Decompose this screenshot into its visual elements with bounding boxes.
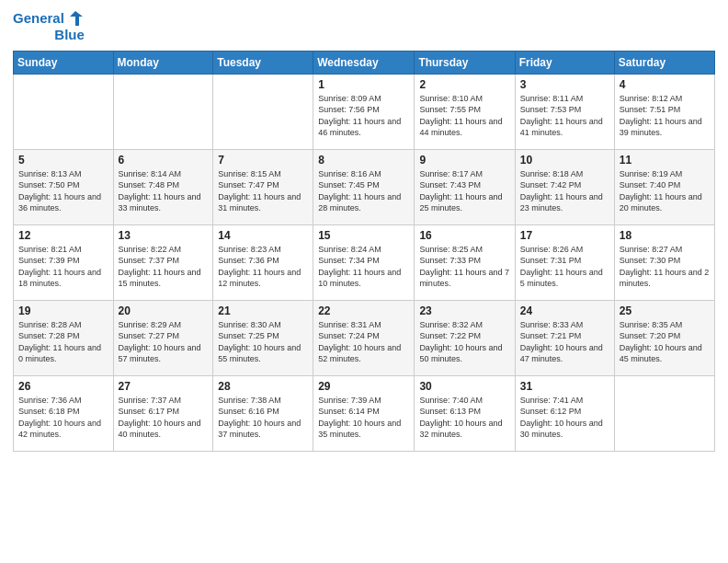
calendar-cell: 5Sunrise: 8:13 AM Sunset: 7:50 PM Daylig… — [14, 149, 114, 224]
page: General Blue SundayMondayTuesdayWednesda… — [0, 0, 728, 563]
day-info: Sunrise: 8:24 AM Sunset: 7:34 PM Dayligh… — [318, 244, 409, 290]
day-info: Sunrise: 8:29 AM Sunset: 7:27 PM Dayligh… — [119, 319, 209, 365]
day-info: Sunrise: 8:15 AM Sunset: 7:47 PM Dayligh… — [218, 168, 308, 214]
day-number: 21 — [218, 304, 308, 317]
day-info: Sunrise: 8:26 AM Sunset: 7:31 PM Dayligh… — [520, 244, 609, 290]
day-info: Sunrise: 8:10 AM Sunset: 7:55 PM Dayligh… — [419, 93, 509, 139]
day-info: Sunrise: 7:39 AM Sunset: 6:14 PM Dayligh… — [318, 395, 409, 441]
day-number: 20 — [119, 304, 209, 317]
calendar-cell — [14, 74, 114, 149]
calendar-cell: 19Sunrise: 8:28 AM Sunset: 7:28 PM Dayli… — [14, 300, 114, 375]
day-info: Sunrise: 7:40 AM Sunset: 6:13 PM Dayligh… — [419, 395, 509, 441]
calendar-cell: 21Sunrise: 8:30 AM Sunset: 7:25 PM Dayli… — [213, 300, 313, 375]
calendar-cell: 15Sunrise: 8:24 AM Sunset: 7:34 PM Dayli… — [313, 224, 415, 300]
logo: General Blue — [13, 9, 85, 43]
calendar-cell: 27Sunrise: 7:37 AM Sunset: 6:17 PM Dayli… — [113, 375, 213, 451]
day-info: Sunrise: 8:11 AM Sunset: 7:53 PM Dayligh… — [520, 93, 609, 139]
day-number: 31 — [520, 380, 609, 393]
day-info: Sunrise: 8:35 AM Sunset: 7:20 PM Dayligh… — [620, 319, 710, 365]
calendar-cell: 3Sunrise: 8:11 AM Sunset: 7:53 PM Daylig… — [515, 74, 614, 149]
calendar-week-row: 26Sunrise: 7:36 AM Sunset: 6:18 PM Dayli… — [14, 375, 715, 451]
day-info: Sunrise: 8:28 AM Sunset: 7:28 PM Dayligh… — [18, 319, 108, 365]
day-info: Sunrise: 7:38 AM Sunset: 6:16 PM Dayligh… — [218, 395, 308, 441]
weekday-header-row: SundayMondayTuesdayWednesdayThursdayFrid… — [14, 51, 715, 74]
calendar-cell: 10Sunrise: 8:18 AM Sunset: 7:42 PM Dayli… — [515, 149, 614, 224]
day-number: 2 — [419, 78, 509, 91]
day-info: Sunrise: 8:09 AM Sunset: 7:56 PM Dayligh… — [318, 93, 409, 139]
day-info: Sunrise: 7:41 AM Sunset: 6:12 PM Dayligh… — [520, 395, 609, 441]
day-number: 15 — [318, 229, 409, 242]
calendar-table: SundayMondayTuesdayWednesdayThursdayFrid… — [13, 51, 715, 452]
calendar-week-row: 19Sunrise: 8:28 AM Sunset: 7:28 PM Dayli… — [14, 300, 715, 375]
day-info: Sunrise: 8:32 AM Sunset: 7:22 PM Dayligh… — [419, 319, 509, 365]
header: General Blue — [13, 9, 715, 43]
weekday-header-sunday: Sunday — [14, 51, 114, 74]
day-number: 14 — [218, 229, 308, 242]
day-number: 16 — [419, 229, 509, 242]
day-number: 7 — [218, 154, 308, 167]
day-info: Sunrise: 8:27 AM Sunset: 7:30 PM Dayligh… — [620, 244, 710, 290]
day-info: Sunrise: 8:19 AM Sunset: 7:40 PM Dayligh… — [620, 168, 710, 214]
day-number: 28 — [218, 380, 308, 393]
day-info: Sunrise: 8:14 AM Sunset: 7:48 PM Dayligh… — [119, 168, 209, 214]
calendar-cell: 13Sunrise: 8:22 AM Sunset: 7:37 PM Dayli… — [113, 224, 213, 300]
day-info: Sunrise: 8:25 AM Sunset: 7:33 PM Dayligh… — [419, 244, 509, 290]
calendar-cell: 18Sunrise: 8:27 AM Sunset: 7:30 PM Dayli… — [614, 224, 714, 300]
day-number: 3 — [520, 78, 609, 91]
calendar-cell — [113, 74, 213, 149]
calendar-cell: 9Sunrise: 8:17 AM Sunset: 7:43 PM Daylig… — [415, 149, 515, 224]
day-info: Sunrise: 7:36 AM Sunset: 6:18 PM Dayligh… — [18, 395, 108, 441]
svg-marker-0 — [70, 11, 83, 26]
day-number: 1 — [318, 78, 409, 91]
calendar-cell: 17Sunrise: 8:26 AM Sunset: 7:31 PM Dayli… — [515, 224, 614, 300]
calendar-week-row: 1Sunrise: 8:09 AM Sunset: 7:56 PM Daylig… — [14, 74, 715, 149]
calendar-week-row: 12Sunrise: 8:21 AM Sunset: 7:39 PM Dayli… — [14, 224, 715, 300]
calendar-cell: 14Sunrise: 8:23 AM Sunset: 7:36 PM Dayli… — [213, 224, 313, 300]
day-number: 23 — [419, 304, 509, 317]
calendar-week-row: 5Sunrise: 8:13 AM Sunset: 7:50 PM Daylig… — [14, 149, 715, 224]
day-number: 12 — [18, 229, 108, 242]
calendar-cell: 7Sunrise: 8:15 AM Sunset: 7:47 PM Daylig… — [213, 149, 313, 224]
calendar-cell: 1Sunrise: 8:09 AM Sunset: 7:56 PM Daylig… — [313, 74, 415, 149]
day-number: 30 — [419, 380, 509, 393]
calendar-cell: 20Sunrise: 8:29 AM Sunset: 7:27 PM Dayli… — [113, 300, 213, 375]
calendar-cell: 4Sunrise: 8:12 AM Sunset: 7:51 PM Daylig… — [614, 74, 714, 149]
calendar-cell — [213, 74, 313, 149]
calendar-cell — [614, 375, 714, 451]
weekday-header-tuesday: Tuesday — [213, 51, 313, 74]
day-number: 26 — [18, 380, 108, 393]
calendar-cell: 22Sunrise: 8:31 AM Sunset: 7:24 PM Dayli… — [313, 300, 415, 375]
calendar-cell: 12Sunrise: 8:21 AM Sunset: 7:39 PM Dayli… — [14, 224, 114, 300]
day-info: Sunrise: 8:30 AM Sunset: 7:25 PM Dayligh… — [218, 319, 308, 365]
day-number: 19 — [18, 304, 108, 317]
calendar-cell: 30Sunrise: 7:40 AM Sunset: 6:13 PM Dayli… — [415, 375, 515, 451]
day-info: Sunrise: 8:13 AM Sunset: 7:50 PM Dayligh… — [18, 168, 108, 214]
calendar-cell: 26Sunrise: 7:36 AM Sunset: 6:18 PM Dayli… — [14, 375, 114, 451]
day-number: 22 — [318, 304, 409, 317]
calendar-cell: 24Sunrise: 8:33 AM Sunset: 7:21 PM Dayli… — [515, 300, 614, 375]
day-number: 27 — [119, 380, 209, 393]
day-number: 11 — [620, 154, 710, 167]
weekday-header-monday: Monday — [113, 51, 213, 74]
day-info: Sunrise: 8:21 AM Sunset: 7:39 PM Dayligh… — [18, 244, 108, 290]
calendar-cell: 8Sunrise: 8:16 AM Sunset: 7:45 PM Daylig… — [313, 149, 415, 224]
day-info: Sunrise: 8:23 AM Sunset: 7:36 PM Dayligh… — [218, 244, 308, 290]
calendar-cell: 25Sunrise: 8:35 AM Sunset: 7:20 PM Dayli… — [614, 300, 714, 375]
day-number: 8 — [318, 154, 409, 167]
calendar-cell: 28Sunrise: 7:38 AM Sunset: 6:16 PM Dayli… — [213, 375, 313, 451]
calendar-cell: 31Sunrise: 7:41 AM Sunset: 6:12 PM Dayli… — [515, 375, 614, 451]
calendar-cell: 29Sunrise: 7:39 AM Sunset: 6:14 PM Dayli… — [313, 375, 415, 451]
day-number: 9 — [419, 154, 509, 167]
day-number: 5 — [18, 154, 108, 167]
day-number: 25 — [620, 304, 710, 317]
day-number: 6 — [119, 154, 209, 167]
day-number: 13 — [119, 229, 209, 242]
calendar-cell: 11Sunrise: 8:19 AM Sunset: 7:40 PM Dayli… — [614, 149, 714, 224]
day-number: 4 — [620, 78, 710, 91]
day-info: Sunrise: 8:33 AM Sunset: 7:21 PM Dayligh… — [520, 319, 609, 365]
day-info: Sunrise: 8:18 AM Sunset: 7:42 PM Dayligh… — [520, 168, 609, 214]
logo-blue: Blue — [54, 28, 85, 43]
calendar-cell: 23Sunrise: 8:32 AM Sunset: 7:22 PM Dayli… — [415, 300, 515, 375]
day-number: 29 — [318, 380, 409, 393]
day-number: 24 — [520, 304, 609, 317]
